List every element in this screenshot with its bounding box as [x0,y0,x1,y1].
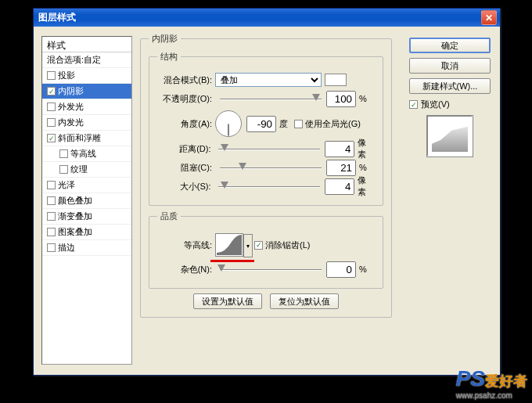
blend-options-row[interactable]: 混合选项:自定 [42,52,131,68]
color-swatch[interactable] [325,74,347,86]
style-item-4[interactable]: 斜面和浮雕 [42,131,131,146]
choke-label: 阻塞(C): [157,162,215,174]
style-checkbox[interactable] [47,228,56,236]
styles-header: 样式 [42,37,131,52]
dialog-body: 样式 混合选项:自定 投影内阴影外发光内发光斜面和浮雕等高线纹理光泽颜色叠加渐变… [34,27,500,375]
style-label: 描边 [58,242,75,254]
style-checkbox[interactable] [59,165,68,174]
style-item-0[interactable]: 投影 [42,68,131,84]
antialias-label: 消除锯齿(L) [265,239,310,251]
highlight-underline [210,260,254,262]
noise-input[interactable] [326,261,356,278]
distance-label: 距离(D): [157,143,214,155]
choke-unit: % [359,163,367,172]
style-label: 外发光 [58,101,84,113]
preview-thumbnail [426,115,473,157]
opacity-slider[interactable] [220,92,322,105]
choke-slider[interactable] [220,161,322,174]
angle-input[interactable] [246,116,276,132]
close-icon[interactable]: ✕ [481,10,497,25]
blend-mode-select[interactable]: 叠加 [215,73,322,87]
style-label: 内发光 [58,117,84,128]
style-label: 内阴影 [58,85,84,97]
contour-picker[interactable]: ▾ [215,233,243,257]
style-item-2[interactable]: 外发光 [42,99,131,115]
set-default-button[interactable]: 设置为默认值 [193,293,262,309]
angle-dial[interactable] [215,110,242,137]
blend-options-label: 混合选项:自定 [47,54,101,66]
size-unit: 像素 [358,175,375,198]
choke-input[interactable] [326,160,356,176]
style-label: 渐变叠加 [58,210,92,222]
style-item-8[interactable]: 颜色叠加 [42,193,131,209]
styles-list-panel: 样式 混合选项:自定 投影内阴影外发光内发光斜面和浮雕等高线纹理光泽颜色叠加渐变… [41,36,132,365]
titlebar[interactable]: 图层样式 ✕ [34,9,500,27]
size-label: 大小(S): [157,181,214,193]
style-item-3[interactable]: 内发光 [42,115,131,131]
watermark: PS爱好者 www.psahz.com [456,366,527,400]
style-checkbox[interactable] [47,118,56,127]
style-checkbox[interactable] [59,149,68,158]
distance-unit: 像素 [358,137,375,160]
style-item-5[interactable]: 等高线 [42,146,131,162]
reset-default-button[interactable]: 复位为默认值 [270,293,339,309]
noise-label: 杂色(N): [157,264,215,275]
style-item-9[interactable]: 渐变叠加 [42,209,131,225]
structure-group: 结构 混合模式(B): 叠加 不透明度(O): [149,51,383,206]
angle-label: 角度(A): [157,118,215,130]
style-item-6[interactable]: 纹理 [42,162,131,178]
style-checkbox[interactable] [47,181,56,189]
quality-group: 品质 等高线: ▾ 消除锯齿(L) 杂色(N): [149,210,383,289]
style-label: 斜面和浮雕 [58,132,101,144]
global-light-checkbox[interactable] [294,120,303,128]
effect-settings-panel: 内阴影 结构 混合模式(B): 叠加 不透明度(O): [140,33,392,368]
style-checkbox[interactable] [47,71,56,80]
angle-unit: 度 [279,118,288,130]
inner-shadow-fieldset: 内阴影 结构 混合模式(B): 叠加 不透明度(O): [140,33,392,318]
noise-slider[interactable] [220,263,322,275]
contour-label: 等高线: [157,239,215,251]
style-label: 光泽 [58,179,75,191]
style-label: 纹理 [70,164,88,175]
style-item-10[interactable]: 图案叠加 [42,225,131,240]
right-button-panel: 确定 取消 新建样式(W)... 预览(V) [409,38,491,157]
style-checkbox[interactable] [47,196,56,205]
size-input[interactable] [325,178,354,195]
style-item-7[interactable]: 光泽 [42,178,131,193]
style-checkbox[interactable] [47,87,56,95]
style-label: 等高线 [70,148,96,160]
new-style-button[interactable]: 新建样式(W)... [409,78,491,94]
style-checkbox[interactable] [47,212,56,221]
blend-mode-label: 混合模式(B): [157,74,215,86]
window-title: 图层样式 [38,11,76,24]
structure-legend: 结构 [157,51,181,63]
global-light-label: 使用全局光(G) [305,118,361,130]
preview-checkbox[interactable] [409,100,418,109]
effect-title: 内阴影 [149,33,181,45]
preview-label: 预览(V) [421,99,450,110]
antialias-checkbox[interactable] [254,241,263,250]
cancel-button[interactable]: 取消 [409,58,491,74]
style-item-1[interactable]: 内阴影 [42,84,131,99]
style-label: 投影 [58,70,75,81]
opacity-input[interactable] [326,91,356,107]
style-label: 图案叠加 [58,226,92,238]
noise-unit: % [359,264,367,274]
style-item-11[interactable]: 描边 [42,240,131,256]
layer-style-dialog: 图层样式 ✕ 样式 混合选项:自定 投影内阴影外发光内发光斜面和浮雕等高线纹理光… [33,8,501,376]
distance-input[interactable] [325,141,354,157]
distance-slider[interactable] [218,142,320,155]
style-checkbox[interactable] [47,134,56,142]
size-slider[interactable] [218,180,320,193]
style-checkbox[interactable] [47,243,56,252]
style-label: 颜色叠加 [58,195,92,207]
opacity-unit: % [359,94,367,103]
ok-button[interactable]: 确定 [409,38,491,53]
quality-legend: 品质 [157,210,181,222]
style-checkbox[interactable] [47,103,56,111]
opacity-label: 不透明度(O): [157,93,215,105]
chevron-down-icon[interactable]: ▾ [243,234,253,257]
